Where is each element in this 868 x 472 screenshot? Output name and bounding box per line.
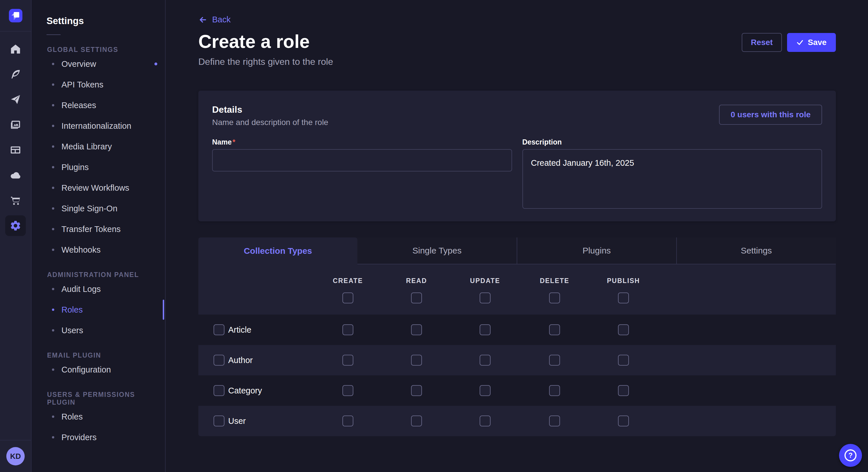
name-label: Name* [212,138,512,146]
select-all-read-checkbox[interactable] [411,293,422,303]
checkbox-author-delete[interactable] [549,355,560,366]
required-asterisk: * [232,138,236,146]
table-row-author: Author [198,345,836,375]
checkbox-author-read[interactable] [411,355,422,366]
back-link[interactable]: Back [198,15,230,24]
user-avatar[interactable]: KD [6,447,25,465]
checkbox-article-read[interactable] [411,324,422,335]
select-all-update-checkbox[interactable] [479,293,491,303]
checkbox-category-publish[interactable] [618,385,629,396]
cloud-icon[interactable] [0,163,31,188]
select-all-delete-checkbox[interactable] [549,293,560,303]
logo-shape [11,13,14,15]
checkbox-article-update[interactable] [479,324,491,335]
bullet-icon [52,369,54,371]
settings-nav-title: Settings [32,0,165,26]
sidebar-item-label: Releases [61,101,96,110]
checkbox-author-row[interactable] [214,355,224,366]
checkbox-article-create[interactable] [342,324,353,335]
sidebar-item-label: Overview [61,59,96,69]
column-header-read: READ [406,277,427,285]
name-input[interactable] [212,149,512,171]
checkbox-article-publish[interactable] [618,324,629,335]
content-type-layout-icon[interactable] [0,137,31,163]
checkbox-article-row[interactable] [214,324,224,335]
sidebar-item-overview[interactable]: Overview [32,54,165,74]
bullet-icon [52,83,54,86]
checkbox-author-publish[interactable] [618,355,629,366]
sidebar-item-providers[interactable]: Providers [32,427,165,448]
header-actions: Reset Save [742,33,836,52]
settings-gear-icon[interactable] [0,213,31,238]
sidebar-item-label: Roles [61,305,83,314]
sidebar-item-releases[interactable]: Releases [32,95,165,115]
column-header-create: CREATE [333,277,363,285]
help-button[interactable]: ? [839,444,862,467]
sidebar-item-transfer-tokens[interactable]: Transfer Tokens [32,219,165,239]
marketplace-cart-icon[interactable] [0,188,31,213]
bullet-icon [52,125,54,127]
checkbox-user-read[interactable] [411,415,422,427]
table-row-user: User [198,406,836,436]
tab-single-types[interactable]: Single Types [358,237,516,264]
sidebar-item-roles-up[interactable]: Roles [32,406,165,427]
sidebar-item-single-sign-on[interactable]: Single Sign-On [32,198,165,219]
home-icon[interactable] [0,36,31,62]
sidebar-item-internationalization[interactable]: Internationalization [32,115,165,136]
select-all-publish-checkbox[interactable] [618,293,629,303]
sidebar-item-review-workflows[interactable]: Review Workflows [32,177,165,198]
sidebar-item-media-library[interactable]: Media Library [32,136,165,157]
sidebar-item-api-tokens[interactable]: API Tokens [32,74,165,95]
checkbox-user-create[interactable] [342,415,353,427]
checkbox-user-delete[interactable] [549,415,560,427]
tab-plugins[interactable]: Plugins [517,237,676,264]
content-feather-icon[interactable] [0,62,31,87]
main-nav: KD [0,0,32,472]
checkbox-category-update[interactable] [479,385,491,396]
column-header-update: UPDATE [470,277,500,285]
bullet-icon [52,187,54,189]
checkbox-category-read[interactable] [411,385,422,396]
sidebar-item-roles-admin[interactable]: Roles [32,299,165,320]
sidebar-item-plugins[interactable]: Plugins [32,157,165,177]
reset-button[interactable]: Reset [742,33,782,52]
logo-section [0,0,31,32]
checkbox-user-update[interactable] [479,415,491,427]
checkbox-author-update[interactable] [479,355,491,366]
bullet-icon [52,145,54,148]
users-with-role-button[interactable]: 0 users with this role [719,105,822,125]
sidebar-item-configuration[interactable]: Configuration [32,359,165,380]
media-images-icon[interactable] [0,112,31,137]
arrow-left-icon [198,15,208,24]
page-subtitle: Define the rights given to the role [198,57,836,67]
sidebar-item-users[interactable]: Users [32,320,165,341]
tab-collection-types[interactable]: Collection Types [198,237,358,264]
back-label: Back [212,15,230,24]
checkbox-category-delete[interactable] [549,385,560,396]
checkbox-user-publish[interactable] [618,415,629,427]
name-label-text: Name [212,138,231,146]
select-all-create-checkbox[interactable] [342,293,353,303]
deploy-paper-plane-icon[interactable] [0,87,31,112]
sidebar-item-label: Users [61,326,83,335]
tab-settings[interactable]: Settings [676,237,836,264]
checkbox-category-row[interactable] [214,385,224,396]
section-header-administration-panel: ADMINISTRATION PANEL [32,271,165,279]
sidebar-item-label: Review Workflows [61,183,129,193]
row-label: User [228,416,246,426]
save-button[interactable]: Save [787,33,836,52]
sidebar-item-label: Plugins [61,163,89,172]
description-label: Description [522,138,823,146]
strapi-logo-icon[interactable] [9,9,22,22]
row-label: Author [228,355,253,365]
logo-shape [14,18,17,20]
checkbox-author-create[interactable] [342,355,353,366]
sidebar-item-label: Internationalization [61,121,131,131]
checkbox-category-create[interactable] [342,385,353,396]
sidebar-item-audit-logs[interactable]: Audit Logs [32,279,165,299]
description-textarea[interactable]: Created January 16th, 2025 [522,149,823,209]
checkbox-user-row[interactable] [214,415,224,427]
checkbox-article-delete[interactable] [549,324,560,335]
row-label: Article [228,325,251,334]
sidebar-item-webhooks[interactable]: Webhooks [32,239,165,260]
